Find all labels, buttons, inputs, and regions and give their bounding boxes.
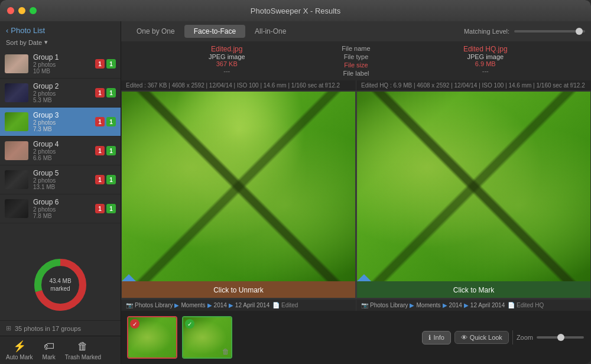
left-triangle-indicator	[122, 274, 136, 281]
badge-green-3: 1	[106, 117, 116, 126]
center-filename-label: File name	[342, 45, 370, 52]
path-icon-left: 📷	[126, 302, 133, 308]
sidebar: ‹ Photo List Sort by Date ▾ Group 1 2 ph…	[0, 21, 121, 364]
quick-look-button[interactable]: 👁 Quick Look	[454, 331, 509, 344]
thumbnail-left[interactable]: ✓	[127, 316, 177, 359]
mark-button[interactable]: 🏷 Mark	[43, 340, 56, 360]
badge-green-5: 1	[106, 175, 116, 184]
group-6-size: 7.8 MB	[33, 213, 90, 219]
zoom-label: Zoom	[517, 334, 533, 341]
matching-slider[interactable]	[514, 30, 585, 32]
sort-bar: Sort by Date ▾	[0, 37, 121, 50]
group-4-size: 6.6 MB	[33, 155, 90, 161]
info-label: Info	[433, 334, 444, 341]
badge-green-6: 1	[106, 204, 116, 213]
file-info-right: Edited HQ.jpg JPEG image 6.9 MB ---	[392, 45, 580, 74]
badge-green-2: 1	[106, 88, 116, 98]
donut-status: marked	[49, 285, 71, 292]
mark-label: Mark	[43, 354, 56, 360]
content-area: One by One Face-to-Face All-in-One Match…	[121, 21, 591, 364]
photo-list-link[interactable]: Photo List	[11, 26, 45, 35]
group-6-info: Group 6 2 photos 7.8 MB	[33, 198, 90, 219]
group-3-photos: 2 photos	[33, 119, 90, 126]
right-triangle-indicator	[357, 274, 371, 281]
group-2-size: 5.3 MB	[33, 97, 90, 103]
center-filesize-label: File size	[344, 61, 368, 69]
right-path-bar: 📷 Photos Library ▶ Moments ▶ 2014 ▶ 12 A…	[356, 299, 591, 311]
group-item-5[interactable]: Group 5 2 photos 13.1 MB 1 1	[0, 165, 121, 194]
group-1-thumb	[5, 54, 28, 73]
group-6-photos: 2 photos	[33, 206, 90, 213]
right-filesize: 6.9 MB	[475, 60, 496, 67]
left-filename: Edited.jpg	[211, 45, 242, 53]
path-icon-right: 📷	[361, 302, 368, 308]
auto-mark-button[interactable]: ⚡ Auto Mark	[6, 340, 33, 360]
badge-red-5: 1	[95, 175, 105, 184]
group-item-2[interactable]: Group 2 2 photos 5.3 MB 1 1	[0, 79, 121, 108]
badge-green-4: 1	[106, 146, 116, 155]
matching-label: Matching Level:	[464, 28, 509, 35]
auto-mark-label: Auto Mark	[6, 354, 33, 360]
right-action-bar[interactable]: Click to Mark	[357, 281, 590, 298]
group-item-3[interactable]: Group 3 2 photos 7.3 MB 1 1	[0, 108, 121, 136]
group-1-size: 10 MB	[33, 68, 90, 74]
photo-info-right: Edited HQ : 6.9 MB | 4608 x 2592 | 12/04…	[356, 80, 591, 91]
window-title: PhotoSweeper X - Results	[251, 6, 340, 15]
close-button[interactable]	[7, 7, 14, 14]
back-arrow-icon: ‹	[6, 26, 8, 35]
group-4-info: Group 4 2 photos 6.6 MB	[33, 140, 90, 161]
maximize-button[interactable]	[30, 7, 37, 14]
right-photo-panel: Click to Mark	[356, 91, 591, 298]
group-2-name: Group 2	[33, 82, 90, 90]
group-5-name: Group 5	[33, 169, 90, 177]
thumbnail-right[interactable]: ✓ 🗑	[182, 316, 232, 359]
sidebar-footer: ⊞ 35 photos in 17 groups	[0, 320, 121, 336]
thumb-badge-green: ✓	[185, 319, 194, 329]
thumb-trash-icon: 🗑	[222, 347, 229, 356]
group-item-6[interactable]: Group 6 2 photos 7.8 MB 1 1	[0, 194, 121, 223]
group-4-photos: 2 photos	[33, 148, 90, 155]
file-info-center: File name File type File size File label	[321, 45, 392, 77]
group-6-badges: 1 1	[95, 204, 116, 213]
group-item-1[interactable]: Group 1 2 photos 10 MB 1 1	[0, 50, 121, 79]
sort-label: Sort by Date	[6, 39, 42, 46]
zoom-slider[interactable]	[537, 336, 584, 339]
right-action-label: Click to Mark	[453, 286, 494, 294]
right-filename: Edited HQ.jpg	[463, 45, 508, 53]
tool-divider	[512, 330, 513, 344]
group-5-thumb	[5, 170, 28, 189]
group-item-4[interactable]: Group 4 2 photos 6.6 MB 1 1	[0, 136, 121, 165]
donut-chart: 43.4 MB marked	[31, 255, 90, 314]
tab-bar: One by One Face-to-Face All-in-One Match…	[121, 21, 591, 41]
group-4-badges: 1 1	[95, 146, 116, 155]
info-button[interactable]: ℹ Info	[422, 331, 450, 344]
thumbnail-strip: ✓ ✓ 🗑	[121, 311, 238, 364]
mark-icon: 🏷	[44, 340, 54, 353]
left-path-bar: 📷 Photos Library ▶ Moments ▶ 2014 ▶ 12 A…	[121, 299, 356, 311]
right-photo-view[interactable]	[357, 92, 590, 281]
badge-red: 1	[95, 59, 105, 69]
matching-level-control: Matching Level:	[464, 28, 585, 35]
auto-mark-icon: ⚡	[13, 340, 26, 353]
minimize-button[interactable]	[18, 7, 25, 14]
donut-label: 43.4 MB marked	[49, 277, 71, 292]
tab-face-to-face[interactable]: Face-to-Face	[184, 25, 245, 38]
sort-dropdown-icon[interactable]: ▾	[44, 38, 48, 46]
expand-icon[interactable]: ⊞	[6, 324, 11, 332]
trash-button[interactable]: 🗑 Trash Marked	[65, 340, 101, 360]
group-1-photos: 2 photos	[33, 61, 90, 68]
left-filetype: JPEG image	[209, 53, 245, 60]
left-action-label: Click to Unmark	[213, 286, 264, 294]
tab-all-in-one[interactable]: All-in-One	[245, 25, 296, 38]
comparison-area: Click to Unmark Click to Mark	[121, 91, 591, 298]
group-5-badges: 1 1	[95, 175, 116, 184]
tab-one-by-one[interactable]: One by One	[127, 25, 184, 38]
group-6-name: Group 6	[33, 198, 90, 206]
group-4-name: Group 4	[33, 140, 90, 148]
badge-green: 1	[106, 59, 116, 69]
info-icon: ℹ	[428, 334, 431, 342]
left-action-bar[interactable]: Click to Unmark	[122, 281, 355, 298]
eye-icon: 👁	[461, 334, 467, 341]
thumb-badge-red: ✓	[130, 319, 139, 329]
left-photo-view[interactable]	[122, 92, 355, 281]
